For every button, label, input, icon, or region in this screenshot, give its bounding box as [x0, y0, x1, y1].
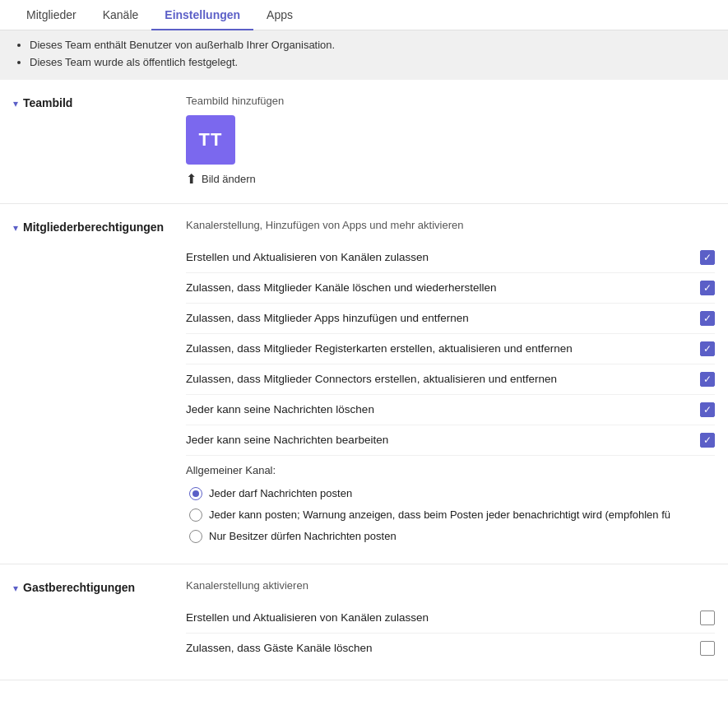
radio-label-1: Jeder kann posten; Warnung anzeigen, das… — [209, 508, 670, 521]
gastberechtigungen-section: ▾ Gastberechtigungen Kanalerstellung akt… — [0, 564, 728, 680]
permission-checkbox-2[interactable]: ✓ — [700, 311, 715, 326]
permission-checkbox-3[interactable]: ✓ — [700, 341, 715, 356]
gast-chevron[interactable]: ▾ — [13, 583, 18, 594]
permission-label-3: Zulassen, dass Mitglieder Registerkarten… — [186, 342, 700, 355]
permission-checkbox-0[interactable]: ✓ — [700, 250, 715, 265]
gast-permission-checkbox-0[interactable] — [700, 611, 715, 625]
teambild-section-right: Teambild hinzufügen TT ⬆ Bild ändern — [186, 95, 715, 187]
permission-label-4: Zulassen, dass Mitglieder Connectors ers… — [186, 373, 700, 385]
teambild-chevron[interactable]: ▾ — [13, 98, 18, 109]
tab-kanaele[interactable]: Kanäle — [90, 0, 152, 30]
notice-bar: Dieses Team enthält Benutzer von außerha… — [0, 30, 728, 80]
gast-permission-label-0: Erstellen und Aktualisieren von Kanälen … — [186, 611, 700, 624]
teambild-section: ▾ Teambild Teambild hinzufügen TT ⬆ Bild… — [0, 80, 728, 204]
permission-row-4: Zulassen, dass Mitglieder Connectors ers… — [186, 364, 715, 395]
permission-checkbox-5[interactable]: ✓ — [700, 402, 715, 417]
permission-row-1: Zulassen, dass Mitglieder Kanäle löschen… — [186, 273, 715, 304]
radio-inner-0 — [192, 490, 199, 497]
permission-label-5: Jeder kann seine Nachrichten löschen — [186, 403, 700, 416]
mitglieder-section-left: ▾ Mitgliederberechtigungen — [13, 219, 186, 547]
permission-row-0: Erstellen und Aktualisieren von Kanälen … — [186, 243, 715, 273]
gast-section-left: ▾ Gastberechtigungen — [13, 579, 186, 663]
gast-permission-row-1: Zulassen, dass Gäste Kanäle löschen — [186, 634, 715, 663]
permission-row-6: Jeder kann seine Nachrichten bearbeiten … — [186, 425, 715, 456]
permission-label-0: Erstellen und Aktualisieren von Kanälen … — [186, 251, 700, 263]
radio-row-0[interactable]: Jeder darf Nachrichten posten — [186, 483, 715, 504]
tab-bar: Mitglieder Kanäle Einstellungen Apps — [0, 0, 728, 30]
radio-label-0: Jeder darf Nachrichten posten — [209, 487, 352, 499]
radio-option-0[interactable] — [189, 487, 202, 500]
permission-checkbox-1[interactable]: ✓ — [700, 281, 715, 295]
settings-content: ▾ Teambild Teambild hinzufügen TT ⬆ Bild… — [0, 80, 728, 680]
mitgliederberechtigungen-section: ▾ Mitgliederberechtigungen Kanalerstellu… — [0, 204, 728, 564]
permission-row-5: Jeder kann seine Nachrichten löschen ✓ — [186, 395, 715, 425]
gast-subtitle: Kanalerstellung aktivieren — [186, 579, 715, 592]
mitglieder-chevron[interactable]: ▾ — [13, 222, 18, 234]
teambild-section-left: ▾ Teambild — [13, 95, 186, 187]
permission-checkbox-4[interactable]: ✓ — [700, 372, 715, 387]
mitglieder-subtitle: Kanalerstellung, Hinzufügen von Apps und… — [186, 219, 715, 231]
radio-row-2[interactable]: Nur Besitzer dürfen Nachrichten posten — [186, 526, 715, 547]
notice-line-2: Dieses Team wurde als öffentlich festgel… — [30, 54, 715, 72]
radio-section-label: Allgemeiner Kanal: — [186, 464, 715, 476]
mitglieder-section-right: Kanalerstellung, Hinzufügen von Apps und… — [186, 219, 715, 547]
gast-title: Gastberechtigungen — [23, 581, 135, 594]
mitglieder-title: Mitgliederberechtigungen — [23, 221, 164, 234]
permission-label-2: Zulassen, dass Mitglieder Apps hinzufüge… — [186, 312, 700, 324]
tab-mitglieder[interactable]: Mitglieder — [13, 0, 90, 30]
change-image-button[interactable]: ⬆ Bild ändern — [186, 171, 715, 187]
gast-permission-row-0: Erstellen und Aktualisieren von Kanälen … — [186, 603, 715, 634]
teambild-title: Teambild — [23, 96, 72, 109]
permission-label-6: Jeder kann seine Nachrichten bearbeiten — [186, 434, 700, 446]
change-image-label: Bild ändern — [202, 173, 256, 185]
tab-apps[interactable]: Apps — [253, 0, 306, 30]
radio-option-1[interactable] — [189, 508, 202, 522]
notice-line-1: Dieses Team enthält Benutzer von außerha… — [30, 37, 715, 54]
team-avatar[interactable]: TT — [186, 115, 235, 165]
permission-row-3: Zulassen, dass Mitglieder Registerkarten… — [186, 334, 715, 364]
gast-section-right: Kanalerstellung aktivieren Erstellen und… — [186, 579, 715, 663]
radio-row-1[interactable]: Jeder kann posten; Warnung anzeigen, das… — [186, 504, 715, 526]
gast-permission-label-1: Zulassen, dass Gäste Kanäle löschen — [186, 642, 700, 654]
radio-option-2[interactable] — [189, 530, 202, 543]
permission-label-1: Zulassen, dass Mitglieder Kanäle löschen… — [186, 281, 700, 294]
gast-permission-checkbox-1[interactable] — [700, 641, 715, 656]
teambild-subtitle: Teambild hinzufügen — [186, 95, 715, 107]
tab-einstellungen[interactable]: Einstellungen — [151, 0, 253, 30]
permission-row-2: Zulassen, dass Mitglieder Apps hinzufüge… — [186, 304, 715, 334]
permission-checkbox-6[interactable]: ✓ — [700, 433, 715, 448]
radio-label-2: Nur Besitzer dürfen Nachrichten posten — [209, 530, 396, 542]
upload-icon: ⬆ — [186, 171, 197, 187]
